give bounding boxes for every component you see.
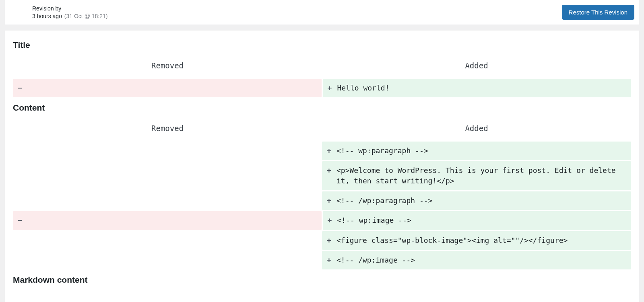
diff-added-text: Hello world! — [335, 83, 390, 93]
diff-cell-removed — [13, 231, 322, 250]
diff-added-text: <figure class="wp-block-image"><img alt=… — [334, 235, 568, 246]
diff-cell-added: +<figure class="wp-block-image"><img alt… — [322, 231, 631, 250]
revision-time-absolute: (31 Oct @ 18:21) — [64, 13, 108, 19]
diff-added-text: <!-- wp:paragraph --> — [334, 146, 428, 156]
diff-column-headers: RemovedAdded — [13, 59, 631, 76]
diff-added-text: <!-- wp:image --> — [335, 215, 411, 226]
plus-icon: + — [327, 146, 334, 156]
diff-row: +<!-- wp:paragraph --> — [13, 142, 631, 160]
diff-section-title: Markdown content — [13, 275, 631, 285]
plus-icon: + — [328, 215, 335, 226]
diff-added-text: <!-- /wp:image --> — [334, 255, 415, 265]
diff-row: +<p>Welcome to WordPress. This is your f… — [13, 161, 631, 190]
diff-section-title: Content — [13, 103, 631, 113]
plus-icon: + — [327, 255, 334, 265]
diff-cell-removed — [13, 251, 322, 269]
plus-icon: + — [328, 83, 335, 93]
diff-cell-removed: − — [13, 211, 322, 230]
revision-time-relative: 3 hours ago — [32, 13, 62, 19]
added-column-header: Added — [322, 121, 631, 138]
diff-rows: +<!-- wp:paragraph -->+<p>Welcome to Wor… — [13, 142, 631, 269]
revision-compare-page: Revision by 3 hours ago (31 Oct @ 18:21)… — [0, 0, 644, 302]
diff-cell-added: +<!-- /wp:paragraph --> — [322, 191, 631, 210]
plus-icon: + — [327, 165, 334, 176]
diff-row: −+<!-- wp:image --> — [13, 211, 631, 230]
diff-rows: −+Hello world! — [13, 79, 631, 97]
added-column-header: Added — [322, 59, 631, 76]
restore-revision-button[interactable]: Restore This Revision — [562, 5, 634, 20]
diff-added-text: <!-- /wp:paragraph --> — [334, 195, 432, 206]
revision-by-label: Revision by — [32, 5, 107, 12]
removed-column-header: Removed — [13, 59, 322, 76]
minus-icon: − — [18, 83, 25, 93]
diff-cell-added: +Hello world! — [323, 79, 632, 97]
diff-added-text: <p>Welcome to WordPress. This is your fi… — [334, 165, 626, 186]
revision-header: Revision by 3 hours ago (31 Oct @ 18:21)… — [5, 0, 639, 25]
plus-icon: + — [327, 235, 334, 246]
diff-row: +<!-- /wp:paragraph --> — [13, 191, 631, 210]
diff-row: +<figure class="wp-block-image"><img alt… — [13, 231, 631, 250]
diff-cell-added: +<p>Welcome to WordPress. This is your f… — [322, 161, 631, 190]
diff-column-headers: RemovedAdded — [13, 121, 631, 138]
diff-row: +<!-- /wp:image --> — [13, 251, 631, 269]
diff-cell-removed — [13, 142, 322, 160]
diff-cell-added: +<!-- /wp:image --> — [322, 251, 631, 269]
minus-icon: − — [18, 215, 25, 226]
plus-icon: + — [327, 195, 334, 206]
diff-cell-added: +<!-- wp:paragraph --> — [322, 142, 631, 160]
revision-diff-card: TitleRemovedAdded−+Hello world!ContentRe… — [5, 31, 639, 302]
removed-column-header: Removed — [13, 121, 322, 138]
revision-meta: Revision by 3 hours ago (31 Oct @ 18:21) — [32, 5, 107, 20]
diff-cell-removed — [13, 161, 322, 190]
diff-section-title: Title — [13, 40, 631, 50]
revision-time: 3 hours ago (31 Oct @ 18:21) — [32, 12, 107, 20]
diff-cell-removed: − — [13, 79, 322, 97]
diff-row: −+Hello world! — [13, 79, 631, 97]
diff-cell-added: +<!-- wp:image --> — [323, 211, 632, 230]
diff-cell-removed — [13, 191, 322, 210]
